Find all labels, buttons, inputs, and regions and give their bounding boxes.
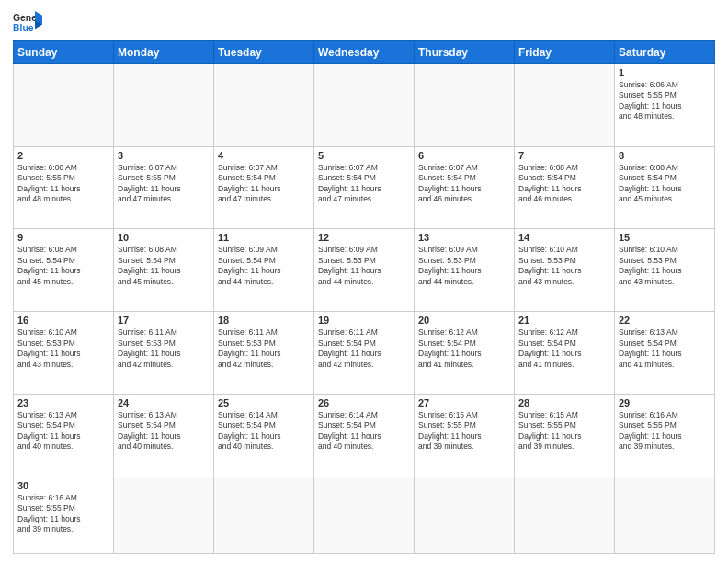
day-info: Sunrise: 6:07 AMSunset: 5:55 PMDaylight:… xyxy=(118,163,210,205)
day-number: 27 xyxy=(418,397,510,408)
calendar-cell xyxy=(515,477,615,553)
calendar-header-thursday: Thursday xyxy=(415,41,515,64)
day-info: Sunrise: 6:10 AMSunset: 5:53 PMDaylight:… xyxy=(518,245,610,287)
calendar-week-row: 23Sunrise: 6:13 AMSunset: 5:54 PMDayligh… xyxy=(14,394,715,477)
calendar-cell: 16Sunrise: 6:10 AMSunset: 5:53 PMDayligh… xyxy=(14,312,114,395)
calendar-cell: 24Sunrise: 6:13 AMSunset: 5:54 PMDayligh… xyxy=(114,394,214,477)
day-info: Sunrise: 6:16 AMSunset: 5:55 PMDaylight:… xyxy=(17,493,109,535)
day-number: 15 xyxy=(619,232,711,243)
day-info: Sunrise: 6:07 AMSunset: 5:54 PMDaylight:… xyxy=(318,163,410,205)
day-number: 1 xyxy=(619,67,711,78)
day-number: 22 xyxy=(619,315,711,326)
day-number: 17 xyxy=(118,315,210,326)
calendar-week-row: 16Sunrise: 6:10 AMSunset: 5:53 PMDayligh… xyxy=(14,312,715,395)
calendar-cell: 30Sunrise: 6:16 AMSunset: 5:55 PMDayligh… xyxy=(14,477,114,553)
calendar-header-friday: Friday xyxy=(515,41,615,64)
day-info: Sunrise: 6:06 AMSunset: 5:55 PMDaylight:… xyxy=(619,80,711,122)
day-number: 2 xyxy=(17,150,109,161)
calendar-cell: 4Sunrise: 6:07 AMSunset: 5:54 PMDaylight… xyxy=(214,146,314,229)
day-info: Sunrise: 6:11 AMSunset: 5:53 PMDaylight:… xyxy=(218,327,310,370)
day-info: Sunrise: 6:13 AMSunset: 5:54 PMDaylight:… xyxy=(619,327,711,370)
day-number: 18 xyxy=(218,315,310,326)
calendar-cell xyxy=(314,64,415,147)
day-number: 23 xyxy=(17,397,109,408)
calendar-cell: 18Sunrise: 6:11 AMSunset: 5:53 PMDayligh… xyxy=(214,312,314,395)
day-info: Sunrise: 6:15 AMSunset: 5:55 PMDaylight:… xyxy=(518,410,610,453)
calendar-cell: 5Sunrise: 6:07 AMSunset: 5:54 PMDaylight… xyxy=(314,146,415,229)
calendar-cell: 13Sunrise: 6:09 AMSunset: 5:53 PMDayligh… xyxy=(415,229,515,312)
calendar-cell: 21Sunrise: 6:12 AMSunset: 5:54 PMDayligh… xyxy=(515,312,615,395)
day-number: 30 xyxy=(17,480,109,491)
calendar-cell: 22Sunrise: 6:13 AMSunset: 5:54 PMDayligh… xyxy=(615,312,715,395)
calendar-cell: 26Sunrise: 6:14 AMSunset: 5:54 PMDayligh… xyxy=(314,394,415,477)
calendar-cell xyxy=(415,477,515,553)
day-number: 24 xyxy=(118,397,210,408)
day-info: Sunrise: 6:10 AMSunset: 5:53 PMDaylight:… xyxy=(17,327,109,370)
day-info: Sunrise: 6:14 AMSunset: 5:54 PMDaylight:… xyxy=(218,410,310,453)
day-number: 11 xyxy=(218,232,310,243)
logo: General Blue xyxy=(13,9,42,35)
calendar-cell: 2Sunrise: 6:06 AMSunset: 5:55 PMDaylight… xyxy=(14,146,114,229)
calendar-cell: 9Sunrise: 6:08 AMSunset: 5:54 PMDaylight… xyxy=(14,229,114,312)
calendar-cell: 19Sunrise: 6:11 AMSunset: 5:54 PMDayligh… xyxy=(314,312,415,395)
day-number: 14 xyxy=(518,232,610,243)
calendar-cell xyxy=(515,64,615,147)
calendar-cell: 17Sunrise: 6:11 AMSunset: 5:53 PMDayligh… xyxy=(114,312,214,395)
day-info: Sunrise: 6:14 AMSunset: 5:54 PMDaylight:… xyxy=(318,410,410,453)
calendar-week-row: 9Sunrise: 6:08 AMSunset: 5:54 PMDaylight… xyxy=(14,229,715,312)
calendar-header-tuesday: Tuesday xyxy=(214,41,314,64)
day-info: Sunrise: 6:07 AMSunset: 5:54 PMDaylight:… xyxy=(218,163,310,205)
calendar-cell xyxy=(114,477,214,553)
calendar-header-saturday: Saturday xyxy=(615,41,715,64)
day-number: 7 xyxy=(518,150,610,161)
header: General Blue xyxy=(13,9,715,35)
logo-icon: General Blue xyxy=(13,9,42,35)
day-info: Sunrise: 6:16 AMSunset: 5:55 PMDaylight:… xyxy=(619,410,711,453)
day-info: Sunrise: 6:06 AMSunset: 5:55 PMDaylight:… xyxy=(17,163,109,205)
day-info: Sunrise: 6:12 AMSunset: 5:54 PMDaylight:… xyxy=(418,327,510,370)
calendar-cell: 7Sunrise: 6:08 AMSunset: 5:54 PMDaylight… xyxy=(515,146,615,229)
day-info: Sunrise: 6:08 AMSunset: 5:54 PMDaylight:… xyxy=(619,163,711,205)
calendar-cell: 23Sunrise: 6:13 AMSunset: 5:54 PMDayligh… xyxy=(14,394,114,477)
day-number: 13 xyxy=(418,232,510,243)
calendar-cell xyxy=(615,477,715,553)
calendar-week-row: 2Sunrise: 6:06 AMSunset: 5:55 PMDaylight… xyxy=(14,146,715,229)
calendar-cell: 15Sunrise: 6:10 AMSunset: 5:53 PMDayligh… xyxy=(615,229,715,312)
day-number: 25 xyxy=(218,397,310,408)
day-number: 20 xyxy=(418,315,510,326)
day-info: Sunrise: 6:09 AMSunset: 5:53 PMDaylight:… xyxy=(318,245,410,287)
calendar-cell: 27Sunrise: 6:15 AMSunset: 5:55 PMDayligh… xyxy=(415,394,515,477)
day-info: Sunrise: 6:08 AMSunset: 5:54 PMDaylight:… xyxy=(118,245,210,287)
calendar-cell: 3Sunrise: 6:07 AMSunset: 5:55 PMDaylight… xyxy=(114,146,214,229)
calendar-cell: 12Sunrise: 6:09 AMSunset: 5:53 PMDayligh… xyxy=(314,229,415,312)
day-info: Sunrise: 6:12 AMSunset: 5:54 PMDaylight:… xyxy=(518,327,610,370)
day-info: Sunrise: 6:15 AMSunset: 5:55 PMDaylight:… xyxy=(418,410,510,453)
calendar-cell xyxy=(14,64,114,147)
day-info: Sunrise: 6:08 AMSunset: 5:54 PMDaylight:… xyxy=(518,163,610,205)
day-info: Sunrise: 6:09 AMSunset: 5:54 PMDaylight:… xyxy=(218,245,310,287)
calendar-cell: 11Sunrise: 6:09 AMSunset: 5:54 PMDayligh… xyxy=(214,229,314,312)
day-number: 21 xyxy=(518,315,610,326)
calendar-header-monday: Monday xyxy=(114,41,214,64)
day-info: Sunrise: 6:11 AMSunset: 5:53 PMDaylight:… xyxy=(118,327,210,370)
calendar-week-row: 30Sunrise: 6:16 AMSunset: 5:55 PMDayligh… xyxy=(14,477,715,553)
day-number: 29 xyxy=(619,397,711,408)
calendar-cell xyxy=(214,477,314,553)
calendar-cell xyxy=(314,477,415,553)
calendar-header-row: SundayMondayTuesdayWednesdayThursdayFrid… xyxy=(14,41,715,64)
calendar-header-sunday: Sunday xyxy=(14,41,114,64)
calendar-cell: 8Sunrise: 6:08 AMSunset: 5:54 PMDaylight… xyxy=(615,146,715,229)
calendar-cell: 28Sunrise: 6:15 AMSunset: 5:55 PMDayligh… xyxy=(515,394,615,477)
day-number: 6 xyxy=(418,150,510,161)
day-number: 5 xyxy=(318,150,410,161)
calendar-cell: 25Sunrise: 6:14 AMSunset: 5:54 PMDayligh… xyxy=(214,394,314,477)
calendar-cell xyxy=(214,64,314,147)
day-number: 28 xyxy=(518,397,610,408)
calendar-week-row: 1Sunrise: 6:06 AMSunset: 5:55 PMDaylight… xyxy=(14,64,715,147)
day-info: Sunrise: 6:13 AMSunset: 5:54 PMDaylight:… xyxy=(118,410,210,453)
calendar-cell xyxy=(415,64,515,147)
calendar-header-wednesday: Wednesday xyxy=(314,41,415,64)
day-info: Sunrise: 6:08 AMSunset: 5:54 PMDaylight:… xyxy=(17,245,109,287)
day-info: Sunrise: 6:13 AMSunset: 5:54 PMDaylight:… xyxy=(17,410,109,453)
day-number: 12 xyxy=(318,232,410,243)
